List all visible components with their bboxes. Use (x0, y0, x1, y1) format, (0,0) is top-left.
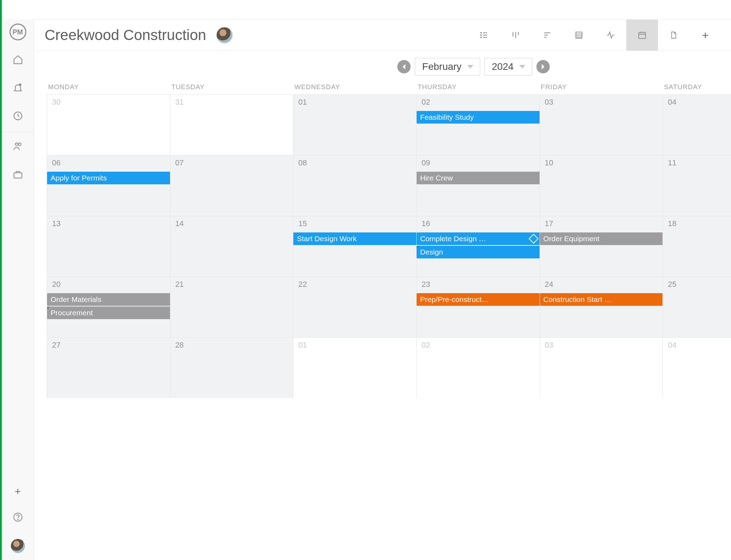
day-number: 30 (52, 98, 60, 107)
day-number: 31 (175, 98, 184, 107)
calendar-cell[interactable]: 27 (47, 337, 170, 398)
calendar-cell[interactable]: 14 (170, 216, 293, 277)
calendar-cell[interactable]: 01 (293, 337, 416, 398)
month-label: February (422, 61, 462, 72)
next-month-button[interactable] (536, 60, 550, 73)
prev-month-button[interactable] (397, 60, 411, 73)
calendar-cell[interactable]: 20Order MaterialsProcurement (47, 277, 170, 337)
calendar-cell[interactable]: 09Hire Crew (416, 155, 540, 216)
view-tabs: + (468, 20, 721, 51)
home-icon[interactable] (13, 54, 23, 66)
day-number: 02 (422, 341, 430, 350)
calendar-view-tab[interactable] (626, 20, 658, 51)
day-number: 22 (298, 280, 307, 289)
gantt-view-tab[interactable] (531, 20, 563, 51)
bell-icon[interactable] (13, 83, 23, 94)
svg-point-7 (481, 32, 481, 33)
calendar-event[interactable]: Hire Crew (417, 172, 540, 184)
calendar-cell[interactable]: 23Prep/Pre-construct… (416, 277, 540, 337)
day-number: 01 (298, 341, 307, 350)
day-header: SATURDAY (663, 81, 731, 94)
svg-point-6 (18, 519, 18, 520)
date-navigator: February 2024 (397, 51, 550, 81)
day-number: 01 (298, 98, 307, 107)
calendar-cell[interactable]: 02 (416, 337, 540, 398)
calendar-cell[interactable]: 13 (47, 216, 170, 277)
calendar-cell[interactable]: 28 (170, 337, 293, 398)
calendar-cell[interactable]: 18 (663, 216, 731, 277)
day-number: 03 (545, 341, 553, 350)
calendar-cell[interactable]: 08 (293, 155, 416, 216)
calendar-event[interactable]: Order Equipment (540, 232, 663, 245)
calendar-cell[interactable]: 01 (293, 94, 416, 155)
calendar-cell[interactable]: 15Start Design Work (293, 216, 416, 277)
day-number: 17 (545, 219, 553, 228)
day-number: 24 (545, 280, 553, 289)
sheet-view-tab[interactable] (563, 20, 595, 51)
clock-icon[interactable] (13, 111, 23, 123)
day-number: 04 (668, 341, 676, 350)
day-number: 28 (175, 341, 184, 350)
day-number: 09 (422, 158, 430, 167)
calendar-cell[interactable]: 31 (170, 94, 293, 155)
briefcase-icon[interactable] (13, 169, 23, 181)
list-view-tab[interactable] (468, 20, 500, 51)
day-number: 08 (298, 158, 307, 167)
svg-point-2 (15, 143, 18, 146)
calendar-event[interactable]: Complete Design … (417, 232, 540, 245)
add-view-tab[interactable]: + (690, 20, 721, 51)
board-view-tab[interactable] (500, 20, 531, 51)
svg-point-11 (481, 37, 481, 38)
day-header: THURSDAY (416, 81, 540, 94)
calendar-cell[interactable]: 24Construction Start … (540, 277, 663, 337)
user-avatar[interactable] (11, 539, 25, 553)
calendar-cell[interactable]: 21 (170, 277, 293, 337)
year-label: 2024 (492, 61, 514, 72)
topbar-spacer (2, 0, 731, 19)
calendar-event[interactable]: Prep/Pre-construct… (417, 293, 540, 306)
calendar-cell[interactable]: 04 (663, 337, 731, 398)
calendar-cell[interactable]: 16Complete Design …Design (416, 216, 540, 277)
calendar-event[interactable]: Order Materials (47, 293, 170, 306)
day-header: FRIDAY (540, 81, 663, 94)
project-member-avatar[interactable] (216, 27, 233, 44)
day-number: 03 (545, 98, 553, 107)
calendar-cell[interactable]: 11 (663, 155, 731, 216)
calendar-cell[interactable]: 03 (540, 337, 663, 398)
month-select[interactable]: February (415, 58, 480, 75)
day-number: 20 (52, 280, 60, 289)
calendar-cell[interactable]: 10 (540, 155, 663, 216)
svg-point-0 (19, 84, 21, 86)
calendar-event[interactable]: Procurement (47, 307, 170, 319)
header: Creekwood Construction (34, 19, 731, 51)
people-icon[interactable] (13, 141, 23, 153)
calendar-event[interactable]: Design (417, 246, 540, 258)
calendar-event[interactable]: Apply for Permits (47, 172, 170, 184)
activity-view-tab[interactable] (595, 20, 626, 51)
calendar-cell[interactable]: 06Apply for Permits (47, 155, 170, 216)
calendar-cell[interactable]: 25 (663, 277, 731, 337)
day-header: WEDNESDAY (293, 81, 416, 94)
svg-rect-23 (639, 32, 646, 38)
calendar-cell[interactable]: 04 (663, 94, 731, 155)
day-header: MONDAY (47, 81, 170, 94)
file-view-tab[interactable] (658, 20, 690, 51)
calendar-cell[interactable]: 07 (170, 155, 293, 216)
calendar-event[interactable]: Feasibility Study (417, 111, 540, 124)
day-number: 23 (422, 280, 430, 289)
day-number: 06 (52, 158, 60, 167)
calendar-cell[interactable]: 30 (47, 94, 170, 155)
year-select[interactable]: 2024 (484, 58, 532, 75)
svg-point-3 (18, 143, 21, 146)
calendar-event[interactable]: Construction Start … (540, 293, 663, 306)
app-logo[interactable]: PM (9, 24, 26, 40)
add-icon[interactable]: + (15, 486, 21, 497)
calendar-grid: MONDAYTUESDAYWEDNESDAYTHURSDAYFRIDAYSATU… (47, 81, 731, 398)
day-number: 21 (175, 280, 184, 289)
calendar-event[interactable]: Start Design Work (293, 232, 417, 245)
calendar-cell[interactable]: 17Order Equipment (540, 216, 663, 277)
help-icon[interactable] (13, 512, 23, 523)
calendar-cell[interactable]: 03 (540, 94, 663, 155)
calendar-cell[interactable]: 02Feasibility Study (416, 94, 540, 155)
calendar-cell[interactable]: 22 (293, 277, 416, 337)
